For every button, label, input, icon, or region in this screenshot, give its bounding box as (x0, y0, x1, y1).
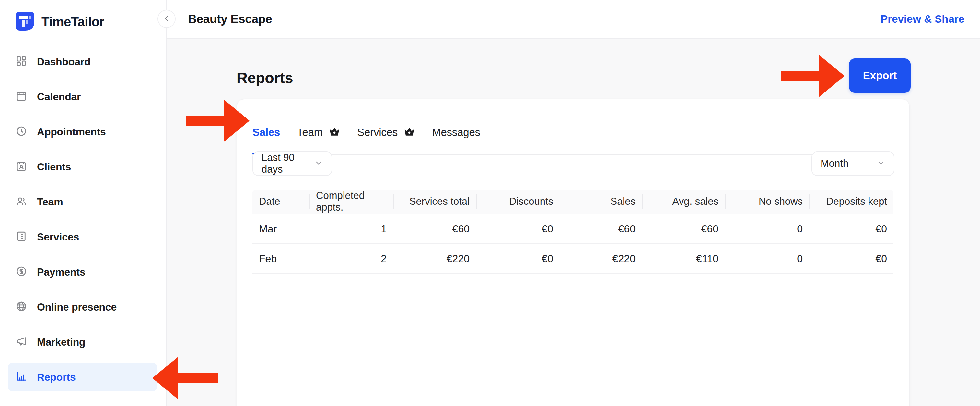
sidebar-nav: Dashboard Calendar Appointments (0, 47, 165, 398)
table-cell: €0 (809, 214, 894, 243)
sidebar-item-clients[interactable]: Clients (8, 152, 158, 181)
sidebar-item-label: Team (37, 196, 63, 208)
sidebar-item-label: Payments (37, 266, 86, 278)
reports-card: Sales Team Services Messages Last 90 day… (237, 99, 910, 406)
column-header-avg-sales: Avg. sales (642, 190, 725, 214)
table-cell: 0 (725, 214, 809, 243)
tab-messages[interactable]: Messages (432, 99, 480, 155)
tab-label: Messages (432, 126, 480, 139)
tab-services[interactable]: Services (357, 99, 415, 155)
sidebar: TimeTailor Dashboard Calendar (0, 0, 167, 406)
premium-crown-icon (329, 126, 340, 138)
brand-logo-icon (16, 12, 34, 32)
sidebar-item-label: Services (37, 231, 79, 243)
column-header-deposits-kept: Deposits kept (809, 190, 894, 214)
report-tabs: Sales Team Services Messages (253, 99, 894, 155)
chevron-down-icon (876, 158, 885, 169)
megaphone-icon (16, 336, 27, 348)
sidebar-item-label: Clients (37, 161, 71, 173)
table-cell: €60 (642, 214, 725, 243)
calendar-icon (16, 90, 27, 103)
sidebar-item-label: Appointments (37, 126, 106, 138)
table-header-row: Date Completed appts. Services total Dis… (253, 190, 894, 214)
page-title: Reports (237, 69, 293, 87)
table-cell: €0 (476, 244, 560, 273)
table-cell: €110 (642, 244, 725, 273)
chevron-down-icon (314, 158, 323, 169)
client-card-icon (16, 160, 27, 173)
brand: TimeTailor (16, 12, 104, 32)
sales-report-table: Date Completed appts. Services total Dis… (253, 190, 894, 274)
sidebar-item-online-presence[interactable]: Online presence (8, 293, 158, 321)
sidebar-item-label: Marketing (37, 336, 85, 348)
table-cell: 0 (725, 244, 809, 273)
table-cell: €220 (560, 244, 642, 273)
sidebar-item-calendar[interactable]: Calendar (8, 82, 158, 111)
preview-share-link[interactable]: Preview & Share (880, 0, 964, 38)
table-cell: €220 (393, 244, 476, 273)
table-cell: €0 (809, 244, 894, 273)
table-row: Mar 1 €60 €0 €60 €60 0 €0 (253, 214, 894, 244)
sidebar-item-label: Dashboard (37, 56, 91, 68)
sidebar-item-label: Reports (37, 371, 76, 383)
sidebar-item-team[interactable]: Team (8, 188, 158, 216)
people-icon (16, 195, 27, 208)
date-range-select[interactable]: Last 90 days (253, 151, 332, 176)
tab-sales[interactable]: Sales (253, 99, 280, 155)
topbar: Beauty Escape Preview & Share (167, 0, 980, 39)
sidebar-item-dashboard[interactable]: Dashboard (8, 47, 158, 76)
tab-label: Team (297, 126, 323, 139)
tab-team[interactable]: Team (297, 99, 340, 155)
bar-chart-icon (16, 371, 27, 384)
tab-label: Sales (253, 126, 280, 139)
premium-crown-icon (404, 126, 415, 138)
collapse-sidebar-button[interactable] (158, 10, 176, 28)
clock-icon (16, 125, 27, 138)
sidebar-item-label: Calendar (37, 91, 81, 103)
app-window: { "brand": { "name": "TimeTailor" }, "to… (0, 0, 980, 406)
date-range-value: Last 90 days (261, 152, 314, 175)
column-header-sales: Sales (560, 190, 642, 214)
dashboard-grid-icon (16, 55, 27, 68)
column-header-completed-appts: Completed appts. (310, 190, 393, 214)
column-header-no-shows: No shows (725, 190, 809, 214)
table-cell-date: Feb (253, 244, 310, 273)
column-header-discounts: Discounts (476, 190, 560, 214)
table-cell: €0 (476, 214, 560, 243)
business-name: Beauty Escape (188, 0, 272, 38)
column-header-date: Date (253, 190, 310, 214)
sidebar-item-marketing[interactable]: Marketing (8, 328, 158, 356)
chevron-left-icon (162, 14, 171, 24)
sidebar-item-services[interactable]: Services (8, 223, 158, 251)
column-header-services-total: Services total (393, 190, 476, 214)
dollar-circle-icon (16, 265, 27, 278)
sidebar-item-label: Online presence (37, 301, 117, 313)
export-button[interactable]: Export (849, 58, 911, 93)
table-row: Feb 2 €220 €0 €220 €110 0 €0 (253, 244, 894, 274)
globe-icon (16, 301, 27, 313)
tab-label: Services (357, 126, 398, 139)
table-cell: 2 (310, 244, 393, 273)
brand-name: TimeTailor (41, 14, 104, 29)
interval-select[interactable]: Month (811, 151, 894, 176)
table-cell: 1 (310, 214, 393, 243)
table-cell: €60 (560, 214, 642, 243)
list-document-icon (16, 230, 27, 243)
interval-value: Month (821, 158, 848, 169)
table-cell-date: Mar (253, 214, 310, 243)
sidebar-item-appointments[interactable]: Appointments (8, 117, 158, 146)
sidebar-item-payments[interactable]: Payments (8, 258, 158, 286)
sidebar-item-reports[interactable]: Reports (8, 363, 158, 392)
table-cell: €60 (393, 214, 476, 243)
